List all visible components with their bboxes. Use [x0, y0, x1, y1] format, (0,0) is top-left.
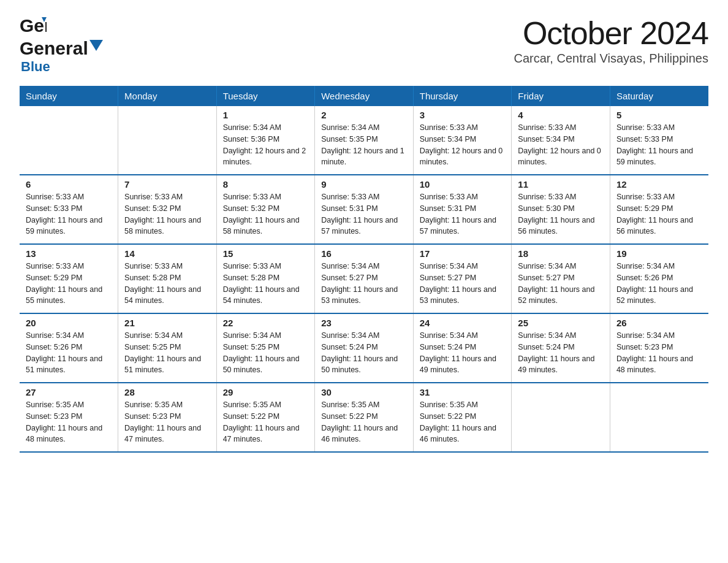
day-number: 15 [223, 248, 309, 259]
day-number: 27 [26, 387, 112, 397]
svg-marker-2 [89, 40, 103, 51]
day-cell: 13Sunrise: 5:33 AMSunset: 5:29 PMDayligh… [20, 244, 118, 313]
day-number: 26 [616, 318, 702, 328]
page-subtitle: Carcar, Central Visayas, Philippines [514, 52, 708, 66]
day-number: 22 [223, 318, 309, 328]
day-cell: 16Sunrise: 5:34 AMSunset: 5:27 PMDayligh… [315, 244, 414, 313]
day-cell: 22Sunrise: 5:34 AMSunset: 5:25 PMDayligh… [216, 313, 315, 383]
day-cell: 1Sunrise: 5:34 AMSunset: 5:36 PMDaylight… [216, 106, 315, 175]
day-cell: 6Sunrise: 5:33 AMSunset: 5:33 PMDaylight… [20, 175, 118, 244]
page-header: General General Blue October 2024 Carcar… [20, 15, 708, 75]
day-number: 29 [223, 387, 309, 397]
day-cell [610, 383, 708, 452]
day-cell [20, 106, 118, 175]
day-cell: 9Sunrise: 5:33 AMSunset: 5:31 PMDaylight… [315, 175, 414, 244]
day-cell: 12Sunrise: 5:33 AMSunset: 5:29 PMDayligh… [610, 175, 708, 244]
day-cell: 26Sunrise: 5:34 AMSunset: 5:23 PMDayligh… [610, 313, 708, 383]
col-header-wednesday: Wednesday [315, 86, 414, 106]
day-number: 5 [616, 110, 702, 120]
day-cell: 2Sunrise: 5:34 AMSunset: 5:35 PMDaylight… [315, 106, 414, 175]
day-number: 28 [124, 387, 210, 397]
day-info: Sunrise: 5:34 AMSunset: 5:24 PMDaylight:… [518, 330, 604, 376]
day-number: 10 [420, 179, 506, 190]
col-header-sunday: Sunday [20, 86, 118, 106]
day-info: Sunrise: 5:33 AMSunset: 5:28 PMDaylight:… [124, 261, 210, 307]
day-cell: 4Sunrise: 5:33 AMSunset: 5:34 PMDaylight… [512, 106, 610, 175]
day-cell: 14Sunrise: 5:33 AMSunset: 5:28 PMDayligh… [118, 244, 217, 313]
day-info: Sunrise: 5:35 AMSunset: 5:22 PMDaylight:… [321, 399, 407, 445]
day-info: Sunrise: 5:33 AMSunset: 5:32 PMDaylight:… [124, 191, 210, 237]
logo-icon: General [20, 15, 47, 38]
day-cell: 17Sunrise: 5:34 AMSunset: 5:27 PMDayligh… [413, 244, 512, 313]
day-info: Sunrise: 5:35 AMSunset: 5:23 PMDaylight:… [124, 399, 210, 445]
day-cell: 7Sunrise: 5:33 AMSunset: 5:32 PMDaylight… [118, 175, 217, 244]
day-cell: 15Sunrise: 5:33 AMSunset: 5:28 PMDayligh… [216, 244, 315, 313]
col-header-thursday: Thursday [413, 86, 512, 106]
day-number: 2 [321, 110, 407, 120]
day-info: Sunrise: 5:34 AMSunset: 5:23 PMDaylight:… [616, 330, 702, 376]
day-info: Sunrise: 5:33 AMSunset: 5:31 PMDaylight:… [420, 191, 506, 237]
day-info: Sunrise: 5:34 AMSunset: 5:27 PMDaylight:… [518, 261, 604, 307]
day-cell: 31Sunrise: 5:35 AMSunset: 5:22 PMDayligh… [413, 383, 512, 452]
day-info: Sunrise: 5:34 AMSunset: 5:36 PMDaylight:… [223, 122, 309, 168]
day-info: Sunrise: 5:33 AMSunset: 5:30 PMDaylight:… [518, 191, 604, 237]
day-cell: 28Sunrise: 5:35 AMSunset: 5:23 PMDayligh… [118, 383, 217, 452]
logo-blue-text: Blue [21, 59, 103, 75]
day-info: Sunrise: 5:34 AMSunset: 5:26 PMDaylight:… [616, 261, 702, 307]
day-info: Sunrise: 5:34 AMSunset: 5:24 PMDaylight:… [321, 330, 407, 376]
week-row-2: 6Sunrise: 5:33 AMSunset: 5:33 PMDaylight… [20, 175, 708, 244]
day-cell: 25Sunrise: 5:34 AMSunset: 5:24 PMDayligh… [512, 313, 610, 383]
day-info: Sunrise: 5:33 AMSunset: 5:29 PMDaylight:… [616, 191, 702, 237]
day-info: Sunrise: 5:34 AMSunset: 5:27 PMDaylight:… [420, 261, 506, 307]
day-number: 13 [26, 248, 112, 259]
day-info: Sunrise: 5:33 AMSunset: 5:29 PMDaylight:… [26, 261, 112, 307]
day-number: 30 [321, 387, 407, 397]
day-info: Sunrise: 5:33 AMSunset: 5:32 PMDaylight:… [223, 191, 309, 237]
day-cell: 19Sunrise: 5:34 AMSunset: 5:26 PMDayligh… [610, 244, 708, 313]
day-cell: 3Sunrise: 5:33 AMSunset: 5:34 PMDaylight… [413, 106, 512, 175]
day-info: Sunrise: 5:33 AMSunset: 5:33 PMDaylight:… [616, 122, 702, 168]
day-info: Sunrise: 5:34 AMSunset: 5:24 PMDaylight:… [420, 330, 506, 376]
day-number: 8 [223, 179, 309, 190]
col-header-monday: Monday [118, 86, 217, 106]
day-number: 14 [124, 248, 210, 259]
col-header-tuesday: Tuesday [216, 86, 315, 106]
day-cell [512, 383, 610, 452]
week-row-3: 13Sunrise: 5:33 AMSunset: 5:29 PMDayligh… [20, 244, 708, 313]
day-number: 1 [223, 110, 309, 120]
logo: General General Blue [20, 15, 103, 75]
day-number: 25 [518, 318, 604, 328]
day-cell: 29Sunrise: 5:35 AMSunset: 5:22 PMDayligh… [216, 383, 315, 452]
day-cell: 11Sunrise: 5:33 AMSunset: 5:30 PMDayligh… [512, 175, 610, 244]
day-info: Sunrise: 5:33 AMSunset: 5:33 PMDaylight:… [26, 191, 112, 237]
day-info: Sunrise: 5:34 AMSunset: 5:35 PMDaylight:… [321, 122, 407, 168]
day-info: Sunrise: 5:35 AMSunset: 5:22 PMDaylight:… [420, 399, 506, 445]
day-info: Sunrise: 5:34 AMSunset: 5:25 PMDaylight:… [124, 330, 210, 376]
day-number: 21 [124, 318, 210, 328]
day-cell: 23Sunrise: 5:34 AMSunset: 5:24 PMDayligh… [315, 313, 414, 383]
day-info: Sunrise: 5:34 AMSunset: 5:27 PMDaylight:… [321, 261, 407, 307]
logo-general-text: General [20, 38, 88, 59]
day-number: 31 [420, 387, 506, 397]
day-cell: 8Sunrise: 5:33 AMSunset: 5:32 PMDaylight… [216, 175, 315, 244]
day-cell: 18Sunrise: 5:34 AMSunset: 5:27 PMDayligh… [512, 244, 610, 313]
week-row-1: 1Sunrise: 5:34 AMSunset: 5:36 PMDaylight… [20, 106, 708, 175]
day-number: 17 [420, 248, 506, 259]
page-title: October 2024 [514, 15, 708, 52]
day-number: 4 [518, 110, 604, 120]
day-number: 12 [616, 179, 702, 190]
day-info: Sunrise: 5:33 AMSunset: 5:31 PMDaylight:… [321, 191, 407, 237]
day-number: 6 [26, 179, 112, 190]
day-cell: 5Sunrise: 5:33 AMSunset: 5:33 PMDaylight… [610, 106, 708, 175]
day-number: 19 [616, 248, 702, 259]
week-row-5: 27Sunrise: 5:35 AMSunset: 5:23 PMDayligh… [20, 383, 708, 452]
week-row-4: 20Sunrise: 5:34 AMSunset: 5:26 PMDayligh… [20, 313, 708, 383]
day-number: 11 [518, 179, 604, 190]
day-cell: 21Sunrise: 5:34 AMSunset: 5:25 PMDayligh… [118, 313, 217, 383]
col-header-friday: Friday [512, 86, 610, 106]
day-info: Sunrise: 5:35 AMSunset: 5:23 PMDaylight:… [26, 399, 112, 445]
day-number: 16 [321, 248, 407, 259]
day-cell: 27Sunrise: 5:35 AMSunset: 5:23 PMDayligh… [20, 383, 118, 452]
day-number: 23 [321, 318, 407, 328]
day-cell: 10Sunrise: 5:33 AMSunset: 5:31 PMDayligh… [413, 175, 512, 244]
